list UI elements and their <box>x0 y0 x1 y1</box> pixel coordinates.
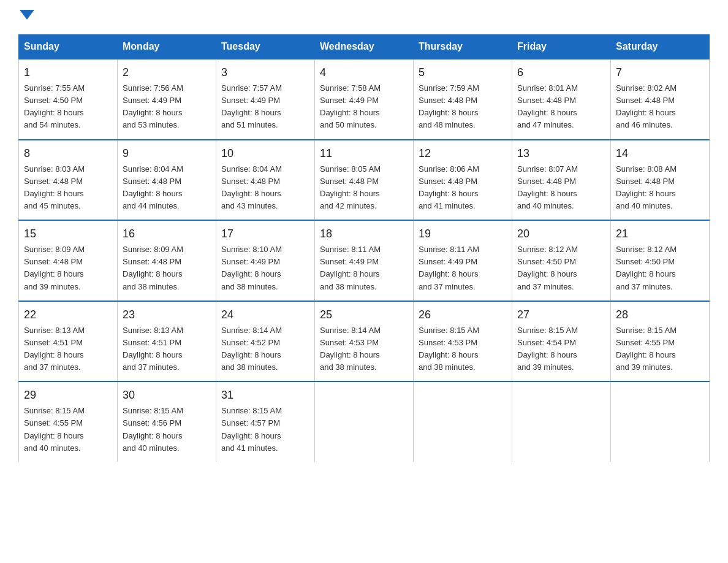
calendar-cell: 23Sunrise: 8:13 AMSunset: 4:51 PMDayligh… <box>118 301 216 382</box>
calendar-cell: 24Sunrise: 8:14 AMSunset: 4:52 PMDayligh… <box>216 301 315 382</box>
day-number: 31 <box>221 387 309 404</box>
calendar-cell: 8Sunrise: 8:03 AMSunset: 4:48 PMDaylight… <box>19 140 118 221</box>
day-number: 4 <box>320 64 408 81</box>
day-number: 2 <box>123 64 211 81</box>
day-info: Sunrise: 8:15 AMSunset: 4:54 PMDaylight:… <box>517 324 605 374</box>
calendar-cell <box>315 381 414 462</box>
day-number: 11 <box>320 145 408 162</box>
day-info: Sunrise: 7:58 AMSunset: 4:49 PMDaylight:… <box>320 82 408 132</box>
day-info: Sunrise: 8:15 AMSunset: 4:56 PMDaylight:… <box>123 405 211 454</box>
calendar-cell: 31Sunrise: 8:15 AMSunset: 4:57 PMDayligh… <box>216 381 315 462</box>
day-info: Sunrise: 8:07 AMSunset: 4:48 PMDaylight:… <box>517 163 605 213</box>
calendar-cell: 13Sunrise: 8:07 AMSunset: 4:48 PMDayligh… <box>512 140 611 221</box>
day-number: 22 <box>24 307 112 323</box>
day-info: Sunrise: 7:57 AMSunset: 4:49 PMDaylight:… <box>221 82 309 132</box>
day-number: 13 <box>517 145 605 162</box>
col-header-thursday: Thursday <box>414 35 512 59</box>
calendar-cell: 1Sunrise: 7:55 AMSunset: 4:50 PMDaylight… <box>19 59 118 140</box>
day-info: Sunrise: 8:09 AMSunset: 4:48 PMDaylight:… <box>123 243 211 293</box>
day-number: 26 <box>419 307 507 323</box>
calendar-cell: 25Sunrise: 8:14 AMSunset: 4:53 PMDayligh… <box>315 301 414 382</box>
day-number: 16 <box>123 226 211 242</box>
day-info: Sunrise: 8:06 AMSunset: 4:48 PMDaylight:… <box>419 163 507 213</box>
calendar-cell: 9Sunrise: 8:04 AMSunset: 4:48 PMDaylight… <box>118 140 216 221</box>
day-number: 12 <box>419 145 507 162</box>
day-info: Sunrise: 8:12 AMSunset: 4:50 PMDaylight:… <box>616 243 704 293</box>
calendar-cell: 10Sunrise: 8:04 AMSunset: 4:48 PMDayligh… <box>216 140 315 221</box>
day-number: 23 <box>123 307 211 323</box>
day-number: 27 <box>517 307 605 323</box>
calendar-cell: 4Sunrise: 7:58 AMSunset: 4:49 PMDaylight… <box>315 59 414 140</box>
calendar-cell: 17Sunrise: 8:10 AMSunset: 4:49 PMDayligh… <box>216 220 315 301</box>
calendar-table: SundayMondayTuesdayWednesdayThursdayFrid… <box>18 34 710 462</box>
day-info: Sunrise: 8:15 AMSunset: 4:57 PMDaylight:… <box>221 405 309 454</box>
calendar-cell: 2Sunrise: 7:56 AMSunset: 4:49 PMDaylight… <box>118 59 216 140</box>
calendar-cell <box>611 381 710 462</box>
week-row-4: 22Sunrise: 8:13 AMSunset: 4:51 PMDayligh… <box>19 301 710 382</box>
col-header-monday: Monday <box>118 35 216 59</box>
calendar-cell: 19Sunrise: 8:11 AMSunset: 4:49 PMDayligh… <box>414 220 512 301</box>
logo[interactable] <box>18 12 34 22</box>
calendar-header-row: SundayMondayTuesdayWednesdayThursdayFrid… <box>19 35 710 59</box>
day-info: Sunrise: 8:15 AMSunset: 4:53 PMDaylight:… <box>419 324 507 374</box>
calendar-cell <box>414 381 512 462</box>
col-header-wednesday: Wednesday <box>315 35 414 59</box>
day-number: 20 <box>517 226 605 242</box>
day-info: Sunrise: 8:09 AMSunset: 4:48 PMDaylight:… <box>24 243 112 293</box>
day-number: 25 <box>320 307 408 323</box>
day-number: 7 <box>616 64 704 81</box>
day-info: Sunrise: 8:04 AMSunset: 4:48 PMDaylight:… <box>221 163 309 213</box>
day-info: Sunrise: 8:03 AMSunset: 4:48 PMDaylight:… <box>24 163 112 213</box>
day-info: Sunrise: 8:11 AMSunset: 4:49 PMDaylight:… <box>320 243 408 293</box>
calendar-cell <box>512 381 611 462</box>
day-info: Sunrise: 7:55 AMSunset: 4:50 PMDaylight:… <box>24 82 112 132</box>
calendar-cell: 6Sunrise: 8:01 AMSunset: 4:48 PMDaylight… <box>512 59 611 140</box>
day-number: 18 <box>320 226 408 242</box>
day-info: Sunrise: 8:10 AMSunset: 4:49 PMDaylight:… <box>221 243 309 293</box>
day-info: Sunrise: 8:12 AMSunset: 4:50 PMDaylight:… <box>517 243 605 293</box>
calendar-cell: 16Sunrise: 8:09 AMSunset: 4:48 PMDayligh… <box>118 220 216 301</box>
day-info: Sunrise: 8:04 AMSunset: 4:48 PMDaylight:… <box>123 163 211 213</box>
day-number: 29 <box>24 387 112 404</box>
day-number: 19 <box>419 226 507 242</box>
col-header-sunday: Sunday <box>19 35 118 59</box>
day-number: 14 <box>616 145 704 162</box>
day-number: 28 <box>616 307 704 323</box>
day-number: 17 <box>221 226 309 242</box>
calendar-cell: 3Sunrise: 7:57 AMSunset: 4:49 PMDaylight… <box>216 59 315 140</box>
week-row-2: 8Sunrise: 8:03 AMSunset: 4:48 PMDaylight… <box>19 140 710 221</box>
day-info: Sunrise: 7:56 AMSunset: 4:49 PMDaylight:… <box>123 82 211 132</box>
day-number: 6 <box>517 64 605 81</box>
calendar-cell: 21Sunrise: 8:12 AMSunset: 4:50 PMDayligh… <box>611 220 710 301</box>
day-number: 3 <box>221 64 309 81</box>
calendar-cell: 22Sunrise: 8:13 AMSunset: 4:51 PMDayligh… <box>19 301 118 382</box>
calendar-cell: 11Sunrise: 8:05 AMSunset: 4:48 PMDayligh… <box>315 140 414 221</box>
day-number: 1 <box>24 64 112 81</box>
calendar-cell: 15Sunrise: 8:09 AMSunset: 4:48 PMDayligh… <box>19 220 118 301</box>
col-header-tuesday: Tuesday <box>216 35 315 59</box>
day-number: 10 <box>221 145 309 162</box>
calendar-cell: 20Sunrise: 8:12 AMSunset: 4:50 PMDayligh… <box>512 220 611 301</box>
calendar-cell: 27Sunrise: 8:15 AMSunset: 4:54 PMDayligh… <box>512 301 611 382</box>
day-info: Sunrise: 7:59 AMSunset: 4:48 PMDaylight:… <box>419 82 507 132</box>
calendar-cell: 14Sunrise: 8:08 AMSunset: 4:48 PMDayligh… <box>611 140 710 221</box>
col-header-saturday: Saturday <box>611 35 710 59</box>
logo-arrow-icon <box>20 10 34 20</box>
calendar-cell: 18Sunrise: 8:11 AMSunset: 4:49 PMDayligh… <box>315 220 414 301</box>
calendar-cell: 29Sunrise: 8:15 AMSunset: 4:55 PMDayligh… <box>19 381 118 462</box>
page-header <box>18 12 710 22</box>
day-info: Sunrise: 8:13 AMSunset: 4:51 PMDaylight:… <box>123 324 211 374</box>
week-row-5: 29Sunrise: 8:15 AMSunset: 4:55 PMDayligh… <box>19 381 710 462</box>
day-number: 30 <box>123 387 211 404</box>
day-number: 21 <box>616 226 704 242</box>
calendar-cell: 5Sunrise: 7:59 AMSunset: 4:48 PMDaylight… <box>414 59 512 140</box>
day-info: Sunrise: 8:08 AMSunset: 4:48 PMDaylight:… <box>616 163 704 213</box>
day-number: 9 <box>123 145 211 162</box>
calendar-cell: 28Sunrise: 8:15 AMSunset: 4:55 PMDayligh… <box>611 301 710 382</box>
day-info: Sunrise: 8:14 AMSunset: 4:53 PMDaylight:… <box>320 324 408 374</box>
day-info: Sunrise: 8:02 AMSunset: 4:48 PMDaylight:… <box>616 82 704 132</box>
day-number: 15 <box>24 226 112 242</box>
calendar-cell: 26Sunrise: 8:15 AMSunset: 4:53 PMDayligh… <box>414 301 512 382</box>
calendar-cell: 12Sunrise: 8:06 AMSunset: 4:48 PMDayligh… <box>414 140 512 221</box>
day-info: Sunrise: 8:05 AMSunset: 4:48 PMDaylight:… <box>320 163 408 213</box>
